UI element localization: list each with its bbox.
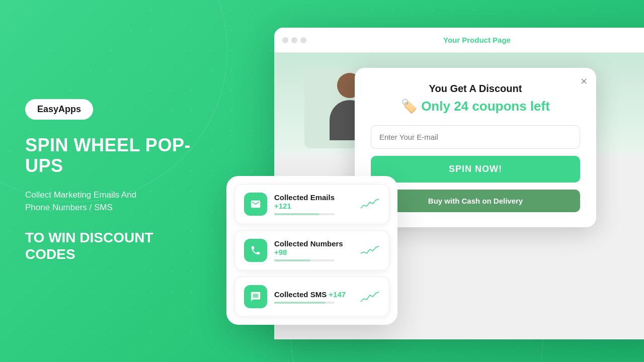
stat-card-numbers: Collected Numbers +98 xyxy=(234,230,389,270)
stat-info-sms: Collected SMS +147 xyxy=(274,290,353,304)
sparkline-emails xyxy=(360,197,380,211)
stat-card-sms: Collected SMS +147 xyxy=(234,277,389,317)
email-input[interactable] xyxy=(371,125,580,149)
stat-info-emails: Collected Emails +121 xyxy=(274,193,353,215)
stat-info-numbers: Collected Numbers +98 xyxy=(274,239,353,261)
stat-bar-fill-sms xyxy=(274,302,326,304)
left-panel: EasyApps SPIN WHEEL POP-UPS Collect Mark… xyxy=(0,0,231,362)
hero-subtitle: Collect Marketing Emails AndPhone Number… xyxy=(25,189,206,214)
phone-icon-bg xyxy=(244,239,267,262)
stat-bar-fill-numbers xyxy=(274,259,310,261)
browser-page-title: Your Product Page xyxy=(312,36,641,44)
sparkline-sms xyxy=(360,290,380,304)
email-icon-bg xyxy=(244,193,267,216)
brand-badge: EasyApps xyxy=(25,99,93,120)
stat-label-emails: Collected Emails +121 xyxy=(274,193,353,210)
email-icon xyxy=(250,199,261,210)
close-icon[interactable]: × xyxy=(581,75,587,88)
sparkline-numbers xyxy=(360,243,380,257)
stats-panel: Collected Emails +121 Collected Numbers … xyxy=(226,176,397,325)
brand-name: EasyApps xyxy=(37,104,81,115)
popup-subtitle: 🏷️ Only 24 coupons left xyxy=(371,99,580,114)
stat-bar-emails xyxy=(274,213,335,215)
phone-icon xyxy=(250,245,261,256)
stat-bar-sms xyxy=(274,302,335,304)
hero-title: SPIN WHEEL POP-UPS xyxy=(25,135,206,176)
dot-red xyxy=(282,37,288,43)
stat-bar-fill-emails xyxy=(274,213,319,215)
dot-green xyxy=(300,37,306,43)
browser-dots xyxy=(282,37,306,43)
spin-button[interactable]: SPIN NOW! xyxy=(371,156,580,183)
popup-title: You Get A Discount xyxy=(371,83,580,95)
cod-button[interactable]: Buy with Cash on Delivery xyxy=(371,190,580,212)
hero-cta: TO WIN DISCOUNT CODES xyxy=(25,229,206,263)
stat-label-sms: Collected SMS +147 xyxy=(274,290,353,299)
browser-bar: Your Product Page 🔍 xyxy=(274,28,644,53)
sms-icon-bg xyxy=(244,285,267,308)
stat-label-numbers: Collected Numbers +98 xyxy=(274,239,353,256)
dot-yellow xyxy=(291,37,297,43)
sms-icon xyxy=(250,291,261,302)
stat-card-emails: Collected Emails +121 xyxy=(234,184,389,224)
stat-bar-numbers xyxy=(274,259,335,261)
coupon-icon: 🏷️ xyxy=(401,99,417,114)
